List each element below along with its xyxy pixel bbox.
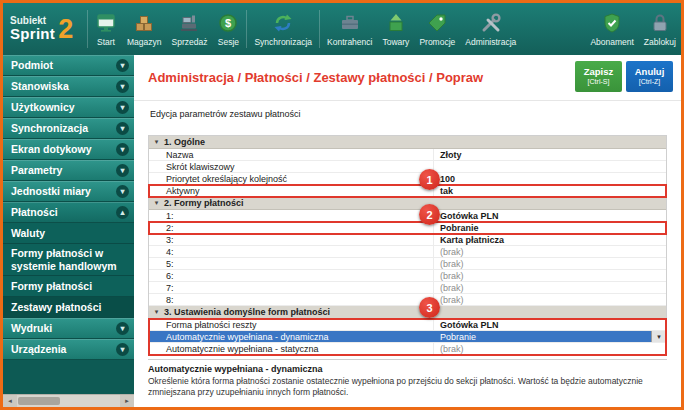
toolbar-item-towary[interactable]: Towary (377, 3, 414, 55)
row-label: 8: (164, 294, 434, 305)
toolbar-item-label: Sprzedaż (172, 37, 208, 47)
grid-row-forma-reszty[interactable]: Forma płatności reszty Gotówka PLN (149, 319, 666, 331)
collapse-triangle-icon: ▾ (149, 306, 164, 318)
grid-row-forma-5[interactable]: 5: (brak) (149, 258, 666, 270)
sidebar-item-label: Wydruki (11, 322, 52, 334)
row-label: Nazwa (164, 149, 434, 160)
chevron-down-icon: ▾ (116, 101, 129, 114)
sidebar-empty-area (3, 360, 134, 394)
sidebar-item-waluty[interactable]: Waluty (3, 223, 134, 244)
sidebar-item-platnosci[interactable]: Płatności ▴ (3, 202, 134, 223)
sidebar-item-label: Synchronizacja (11, 122, 88, 134)
sidebar-item-stanowiska[interactable]: Stanowiska ▾ (3, 76, 134, 97)
toolbar-item-sesje[interactable]: $ Sesje (212, 3, 244, 55)
section-title: 3. Ustawienia domyślne form płatności (164, 306, 666, 318)
sidebar-item-label: Urządzenia (11, 343, 66, 355)
sidebar-item-urzadzenia[interactable]: Urządzenia ▾ (3, 339, 134, 360)
toolbar-item-zablokuj[interactable]: Zablokuj (639, 3, 681, 55)
toolbar-item-kontrahenci[interactable]: Kontrahenci (322, 3, 377, 55)
row-value: (brak) (434, 258, 666, 269)
grid-row-forma-3[interactable]: 3: Karta płatnicza (149, 234, 666, 246)
row-value: Pobranie (434, 331, 651, 342)
sidebar-item-jednostki-miary[interactable]: Jednostki miary ▾ (3, 181, 134, 202)
grid-row-aktywny[interactable]: Aktywny tak (149, 185, 666, 197)
scroll-right-icon[interactable]: ► (120, 395, 134, 407)
sidebar-item-zestawy-platnosci[interactable]: Zestawy płatności (3, 297, 134, 318)
sync-icon (272, 12, 294, 34)
sidebar-item-label: Zestawy płatności (11, 301, 101, 313)
grid-row-nazwa[interactable]: Nazwa Złoty (149, 149, 666, 161)
grid-row-forma-7[interactable]: 7: (brak) (149, 282, 666, 294)
admin-tools-icon (480, 12, 502, 34)
save-button[interactable]: Zapisz [Ctrl-S] (575, 61, 622, 92)
annotation-box-3: Forma płatności reszty Gotówka PLN Autom… (149, 319, 666, 355)
grid-row-forma-2[interactable]: 2: Pobranie (149, 222, 666, 234)
grid-row-wypelniana-statyczna[interactable]: Automatycznie wypełniana - statyczna (br… (149, 343, 666, 355)
chevron-down-icon: ▾ (116, 343, 129, 356)
scroll-left-icon[interactable]: ◄ (3, 395, 17, 407)
grid-row-forma-1[interactable]: 1: Gotówka PLN (149, 210, 666, 222)
sidebar-horizontal-scrollbar[interactable]: ◄ ► (3, 394, 134, 407)
toolbar-item-promocje[interactable]: Promocje (414, 3, 460, 55)
cancel-button[interactable]: Anuluj [Ctrl-Z] (626, 61, 673, 92)
row-label: Skrót klawiszowy (164, 161, 434, 172)
chevron-down-icon: ▾ (116, 80, 129, 93)
row-value: (brak) (434, 270, 666, 281)
sidebar-nav: Podmiot ▾ Stanowiska ▾ Użytkownicy ▾ Syn… (3, 55, 134, 407)
row-label: 7: (164, 282, 434, 293)
toolbar-item-sprzedaz[interactable]: Sprzedaż (167, 3, 213, 55)
sidebar-item-formy-platnosci-systemie[interactable]: Formy płatności w systemie handlowym (3, 244, 134, 276)
grid-section-formy-platnosci[interactable]: ▾ 2. Formy płatności (149, 197, 666, 210)
row-value: Karta płatnicza (434, 234, 666, 245)
description-title: Automatycznie wypełniana - dynamiczna (148, 364, 667, 374)
property-grid: ▾ 1. Ogólne Nazwa Złoty Skrót klawiszowy… (148, 135, 667, 356)
grid-row-priorytet[interactable]: Priorytet określający kolejność 100 (149, 173, 666, 185)
chevron-down-icon: ▾ (116, 164, 129, 177)
row-label: 6: (164, 270, 434, 281)
app-window: Subiekt Sprint 2 Start Magazyn Sprzedaż … (0, 0, 684, 410)
sidebar-item-podmiot[interactable]: Podmiot ▾ (3, 55, 134, 76)
toolbar-item-synchronizacja[interactable]: Synchronizacja (249, 3, 317, 55)
toolbar-item-label: Administracja (465, 37, 516, 47)
grid-row-skrot-klawiszowy[interactable]: Skrót klawiszowy (149, 161, 666, 173)
grid-row-forma-4[interactable]: 4: (brak) (149, 246, 666, 258)
toolbar-item-label: Sesje (218, 37, 239, 47)
save-button-label: Zapisz (584, 67, 614, 78)
promotions-icon (426, 12, 448, 34)
row-label: 4: (164, 246, 434, 257)
sidebar-item-ekran-dotykowy[interactable]: Ekran dotykowy ▾ (3, 139, 134, 160)
grid-row-wypelniana-dynamiczna[interactable]: Automatycznie wypełniana - dynamiczna Po… (149, 331, 666, 343)
sidebar-item-parametry[interactable]: Parametry ▾ (3, 160, 134, 181)
toolbar-item-start[interactable]: Start (90, 3, 122, 55)
sidebar-item-wydruki[interactable]: Wydruki ▾ (3, 318, 134, 339)
toolbar-item-administracja[interactable]: Administracja (460, 3, 521, 55)
sidebar-item-label: Parametry (11, 164, 62, 176)
grid-section-ogolne[interactable]: ▾ 1. Ogólne (149, 136, 666, 149)
cancel-button-shortcut: [Ctrl-Z] (639, 78, 660, 86)
toolbar-separator (319, 10, 320, 48)
toolbar-item-abonament[interactable]: Abonament (585, 3, 638, 55)
svg-text:$: $ (225, 17, 231, 29)
sidebar-item-formy-platnosci[interactable]: Formy płatności (3, 276, 134, 297)
chevron-down-icon: ▾ (116, 143, 129, 156)
grid-row-forma-8[interactable]: 8: (brak) (149, 294, 666, 306)
toolbar-item-label: Towary (382, 37, 409, 47)
dropdown-button[interactable]: ▼ (651, 331, 666, 342)
row-value: (brak) (434, 343, 666, 354)
scrollbar-track[interactable] (17, 395, 120, 407)
grid-section-ustawienia-domyslne[interactable]: ▾ 3. Ustawienia domyślne form płatności (149, 306, 666, 319)
description-panel: Automatycznie wypełniana - dynamiczna Ok… (148, 359, 667, 398)
row-label: 2: (164, 222, 434, 233)
sidebar-item-synchronizacja[interactable]: Synchronizacja ▾ (3, 118, 134, 139)
sidebar-item-uzytkownicy[interactable]: Użytkownicy ▾ (3, 97, 134, 118)
main-content: Administracja / Płatności / Zestawy płat… (134, 55, 681, 407)
row-value: Pobranie (434, 222, 666, 233)
toolbar-item-label: Magazyn (127, 37, 162, 47)
row-label: Forma płatności reszty (164, 319, 434, 330)
grid-row-forma-6[interactable]: 6: (brak) (149, 270, 666, 282)
chevron-down-icon: ▼ (656, 334, 662, 340)
scrollbar-thumb[interactable] (18, 397, 60, 405)
toolbar-item-magazyn[interactable]: Magazyn (122, 3, 167, 55)
row-label: Automatycznie wypełniana - dynamiczna (164, 331, 434, 342)
toolbar-item-label: Promocje (419, 37, 455, 47)
